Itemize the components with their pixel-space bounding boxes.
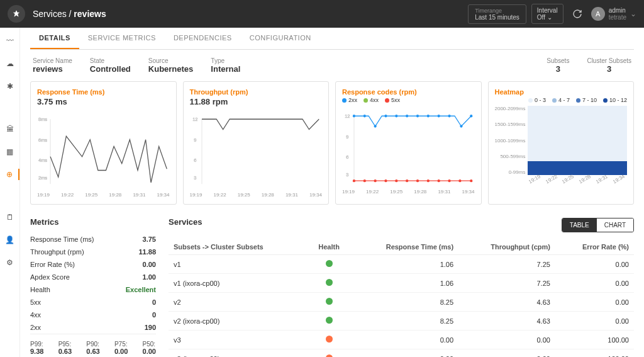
card-heatmap: Heatmap 0 - 3 4 - 7 7 - 10 10 - 12 2000-… bbox=[488, 81, 635, 205]
legend-4xx-dot bbox=[364, 98, 368, 103]
breadcrumb: Services / reviews bbox=[33, 9, 468, 19]
chart-heatmap: 2000-2099ms 1500-1599ms 1000-1099ms 500-… bbox=[495, 106, 628, 175]
card-response-time: Response Time (ms) 3.75 ms 8ms 6ms 4ms 2… bbox=[30, 81, 177, 205]
metrics-panel: Metrics Response Time (ms)3.75 Throughpu… bbox=[30, 217, 156, 357]
svg-point-19 bbox=[395, 115, 397, 117]
nav-services-icon[interactable]: ⊕ bbox=[0, 169, 19, 180]
svg-point-39 bbox=[470, 179, 472, 182]
service-source: Kubernetes bbox=[148, 64, 194, 74]
svg-point-15 bbox=[353, 115, 355, 117]
svg-point-30 bbox=[374, 179, 377, 182]
view-toggle: TABLE CHART bbox=[562, 218, 634, 232]
nav-extensions-icon[interactable]: ✱ bbox=[4, 81, 16, 92]
svg-text:3: 3 bbox=[346, 171, 348, 177]
svg-text:6: 6 bbox=[194, 157, 196, 163]
svg-point-31 bbox=[384, 179, 387, 182]
subsets-count: 3 bbox=[547, 64, 569, 74]
services-panel: Services TABLE CHART Subsets -> Cluster … bbox=[169, 217, 634, 357]
svg-point-25 bbox=[460, 125, 462, 127]
svg-point-23 bbox=[438, 115, 440, 117]
health-dot bbox=[326, 298, 333, 305]
health-dot bbox=[326, 260, 333, 267]
chart-response-time: 8ms 6ms 4ms 2ms bbox=[37, 109, 170, 191]
tab-details[interactable]: DETAILS bbox=[30, 28, 79, 49]
nav-users-icon[interactable]: 👤 bbox=[4, 234, 16, 246]
nav-audit-icon[interactable]: 🗒 bbox=[4, 212, 16, 223]
svg-point-18 bbox=[384, 115, 387, 117]
nav-org-icon[interactable]: 🏛 bbox=[4, 123, 16, 135]
svg-point-16 bbox=[364, 115, 366, 117]
svg-point-38 bbox=[458, 179, 461, 182]
svg-text:4ms: 4ms bbox=[38, 157, 47, 163]
app-logo[interactable] bbox=[8, 5, 25, 23]
interval-selector[interactable]: Interval Off ⌄ bbox=[531, 4, 564, 24]
svg-point-33 bbox=[406, 179, 408, 182]
svg-text:6: 6 bbox=[346, 154, 348, 160]
top-bar: Services / reviews Timerange Last 15 min… bbox=[0, 0, 644, 28]
nav-overview-icon[interactable]: 〰 bbox=[4, 35, 16, 47]
table-row[interactable]: v2 8.254.630.00 bbox=[169, 293, 634, 312]
svg-point-28 bbox=[353, 179, 355, 182]
svg-text:6ms: 6ms bbox=[38, 137, 47, 143]
svg-point-32 bbox=[395, 179, 397, 182]
svg-point-29 bbox=[364, 179, 366, 182]
user-menu[interactable]: A admin tetrate ⌄ bbox=[591, 7, 636, 21]
svg-point-37 bbox=[448, 179, 450, 182]
service-state: Controlled bbox=[90, 64, 131, 74]
toggle-table-button[interactable]: TABLE bbox=[562, 218, 597, 232]
breadcrumb-current: reviews bbox=[74, 9, 106, 19]
cluster-subsets-count: 3 bbox=[587, 64, 631, 74]
svg-text:2ms: 2ms bbox=[38, 174, 47, 180]
side-nav: 〰 ☁ ✱ 🏛 ▦ ⊕ 🗒 👤 ⚙ bbox=[0, 28, 20, 357]
table-row[interactable]: v1 (ixora-cp00) 1.067.250.00 bbox=[169, 274, 634, 293]
nav-settings-icon[interactable]: ⚙ bbox=[4, 257, 16, 268]
svg-point-22 bbox=[427, 115, 430, 117]
service-meta: Service Namereviews StateControlled Sour… bbox=[30, 50, 634, 81]
health-dot bbox=[326, 336, 333, 343]
health-dot bbox=[326, 279, 333, 286]
table-row[interactable]: v3 0.000.00100.00 bbox=[169, 331, 634, 349]
svg-point-21 bbox=[416, 115, 419, 117]
svg-text:8ms: 8ms bbox=[38, 116, 47, 122]
service-type: Internal bbox=[211, 64, 240, 74]
breadcrumb-parent[interactable]: Services bbox=[33, 9, 67, 19]
detail-tabs: DETAILS SERVICE METRICS DEPENDENCIES CON… bbox=[30, 28, 634, 50]
tab-service-metrics[interactable]: SERVICE METRICS bbox=[79, 28, 165, 49]
tab-configuration[interactable]: CONFIGURATION bbox=[241, 28, 320, 49]
card-throughput: Throughput (rpm) 11.88 rpm 12 9 6 3 19:1… bbox=[183, 81, 330, 205]
nav-traffic-icon[interactable]: ☁ bbox=[4, 58, 16, 69]
svg-point-34 bbox=[416, 179, 419, 182]
svg-point-17 bbox=[374, 125, 377, 127]
svg-text:12: 12 bbox=[345, 113, 350, 119]
svg-text:3: 3 bbox=[194, 174, 196, 180]
svg-point-24 bbox=[448, 115, 450, 117]
legend-5xx-dot bbox=[385, 98, 389, 103]
legend-2xx-dot bbox=[342, 98, 347, 103]
svg-point-35 bbox=[427, 179, 430, 182]
chart-response-codes: 12 9 6 3 bbox=[342, 106, 475, 188]
health-dot bbox=[326, 317, 333, 324]
health-dot bbox=[326, 354, 333, 357]
chevron-down-icon: ⌄ bbox=[630, 9, 636, 18]
chart-throughput: 12 9 6 3 bbox=[190, 109, 323, 191]
nav-apps-icon[interactable]: ▦ bbox=[4, 146, 16, 157]
toggle-chart-button[interactable]: CHART bbox=[597, 218, 633, 232]
refresh-button[interactable] bbox=[569, 5, 586, 23]
svg-text:9: 9 bbox=[194, 137, 196, 143]
chevron-down-icon: ⌄ bbox=[547, 14, 552, 21]
table-row[interactable]: v1 1.067.250.00 bbox=[169, 255, 634, 274]
avatar: A bbox=[591, 7, 605, 21]
svg-point-36 bbox=[438, 179, 440, 182]
svg-point-20 bbox=[406, 115, 408, 117]
services-table: Subsets -> Cluster Subsets Health Respon… bbox=[169, 239, 634, 357]
table-row[interactable]: v3 (ixora-cp00) 0.000.00100.00 bbox=[169, 349, 634, 358]
timerange-selector[interactable]: Timerange Last 15 minutes bbox=[468, 4, 526, 24]
svg-point-26 bbox=[470, 115, 472, 117]
svg-text:12: 12 bbox=[192, 116, 197, 122]
tab-dependencies[interactable]: DEPENDENCIES bbox=[165, 28, 241, 49]
table-row[interactable]: v2 (ixora-cp00) 8.254.630.00 bbox=[169, 312, 634, 331]
svg-text:9: 9 bbox=[346, 134, 348, 140]
card-response-codes: Response codes (rpm) 2xx 4xx 5xx 12 9 6 … bbox=[335, 81, 482, 205]
service-name: reviews bbox=[33, 64, 72, 74]
